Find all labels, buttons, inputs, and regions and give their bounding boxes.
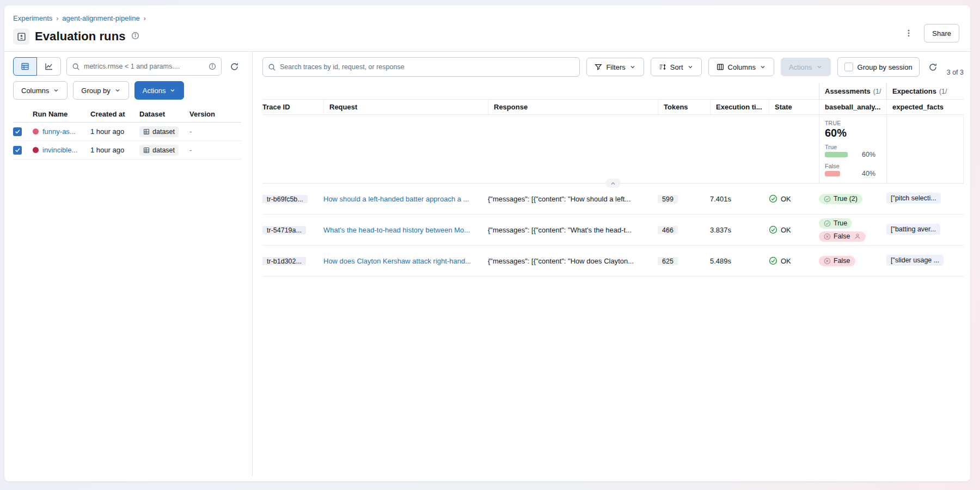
execution-time: 5.489s [710, 257, 769, 265]
assessment-pill-true[interactable]: True [819, 218, 852, 229]
runs-columns-button[interactable]: Columns [13, 81, 68, 100]
human-review-icon [854, 233, 861, 240]
trace-request-link[interactable]: How does Clayton Kershaw attack right-ha… [323, 257, 482, 265]
col-expected-facts[interactable]: expected_facts [886, 100, 964, 114]
info-icon[interactable] [131, 32, 139, 41]
trace-response: {"messages": [{"content": "How should a … [488, 195, 658, 203]
chart-view-button[interactable] [37, 57, 61, 76]
runs-filter-input[interactable] [84, 63, 205, 70]
chevron-down-icon [759, 64, 766, 70]
runs-panel: Columns Group by Actions Run Name Create… [4, 52, 253, 476]
false-bar [825, 171, 840, 176]
table-view-button[interactable] [13, 57, 37, 76]
col-execution-time[interactable]: Execution ti... [710, 100, 769, 114]
dataset-chip[interactable]: dataset [139, 126, 179, 137]
run-row: funny-as... 1 hour ago dataset - [13, 122, 241, 141]
trace-row[interactable]: tr-b1d302... How does Clayton Kershaw at… [262, 246, 964, 277]
trace-row[interactable]: tr-54719a... What's the head-to-head his… [262, 215, 964, 246]
traces-toolbar: Filters Sort Columns [262, 57, 964, 77]
expected-facts-chip[interactable]: ["pitch selecti... [886, 193, 941, 204]
state-ok-icon [769, 256, 777, 265]
dataset-chip[interactable]: dataset [139, 145, 179, 156]
trace-id-chip[interactable]: tr-b69fc5b... [262, 195, 308, 203]
expectations-group-header: Expectations (1/ [886, 83, 964, 99]
traces-table: Assessments (1/ Expectations (1/ Trace I… [262, 83, 964, 277]
traces-refresh-button[interactable] [926, 60, 940, 74]
trace-row[interactable]: tr-b69fc5b... How should a left-handed b… [262, 183, 964, 215]
trace-id-chip[interactable]: tr-54719a... [262, 226, 306, 234]
traces-panel: Filters Sort Columns [253, 52, 970, 476]
runs-actions-button[interactable]: Actions [134, 81, 185, 100]
breadcrumb-experiments-link[interactable]: Experiments [13, 14, 52, 22]
x-circle-icon [824, 258, 831, 265]
collapse-summary-button[interactable] [605, 179, 621, 188]
col-created-at[interactable]: Created at [90, 110, 139, 118]
refresh-icon [230, 62, 239, 71]
expectations-summary-cell [886, 115, 964, 183]
breadcrumb-experiment-link[interactable]: agent-alignment-pipeline [62, 14, 139, 22]
trace-rows: tr-b69fc5b... How should a left-handed b… [262, 183, 964, 277]
title-row: Evaluation runs [13, 28, 959, 45]
run-name-link[interactable]: funny-as... [42, 127, 76, 136]
sort-icon [659, 63, 666, 71]
col-response[interactable]: Response [488, 100, 658, 114]
info-icon[interactable] [209, 63, 216, 70]
summary-bar-false: False 40% [825, 163, 882, 177]
run-checkbox[interactable] [13, 127, 22, 136]
chevron-down-icon [687, 64, 694, 70]
share-button[interactable]: Share [924, 24, 959, 42]
col-assessment[interactable]: baseball_analy... [819, 100, 886, 114]
trace-table-header: Trace ID Request Response Tokens Executi… [262, 100, 964, 115]
sort-button[interactable]: Sort [651, 58, 702, 76]
runs-toolbar-row1 [13, 57, 241, 76]
runs-group-by-button[interactable]: Group by [73, 81, 128, 100]
chevron-down-icon [53, 87, 59, 94]
assessment-summary-cell: TRUE 60% True 60% False [819, 115, 886, 183]
tokens-chip: 599 [658, 195, 678, 203]
trace-group-header: Assessments (1/ Expectations (1/ [262, 83, 964, 100]
trace-state: OK [769, 225, 819, 234]
trace-state: OK [769, 194, 819, 203]
col-version[interactable]: Version [189, 110, 241, 118]
col-trace-id[interactable]: Trace ID [262, 100, 323, 114]
filters-button[interactable]: Filters [586, 58, 644, 76]
trace-request-link[interactable]: How should a left-handed batter approach… [323, 195, 482, 203]
col-run-name[interactable]: Run Name [33, 110, 90, 118]
card-body: Columns Group by Actions Run Name Create… [4, 51, 970, 476]
expected-facts-chip[interactable]: ["slider usage ... [886, 255, 944, 266]
group-by-session-checkbox[interactable] [844, 63, 853, 71]
trace-search-input[interactable] [280, 63, 574, 71]
run-name-link[interactable]: invincible... [42, 146, 77, 154]
run-color-dot [33, 147, 39, 153]
assessment-pill-false[interactable]: False [819, 231, 866, 242]
assessment-pill-false[interactable]: False [819, 256, 855, 266]
assessment-summary-row: TRUE 60% True 60% False [262, 115, 964, 183]
run-version: - [189, 146, 241, 154]
trace-columns-button[interactable]: Columns [708, 58, 774, 76]
col-dataset[interactable]: Dataset [139, 110, 189, 118]
view-toggle [13, 57, 61, 76]
trace-id-chip[interactable]: tr-b1d302... [262, 257, 306, 265]
run-checkbox[interactable] [13, 146, 22, 155]
chart-icon [45, 62, 53, 71]
dataset-grid-icon [143, 147, 150, 154]
kebab-menu-icon[interactable] [902, 27, 915, 40]
assessment-pill-true[interactable]: True (2) [819, 194, 862, 204]
true-bar [825, 152, 848, 157]
execution-time: 7.401s [710, 195, 769, 203]
group-by-session-toggle[interactable]: Group by session [837, 57, 920, 77]
col-state[interactable]: State [769, 100, 819, 114]
run-color-dot [33, 128, 39, 134]
runs-refresh-button[interactable] [227, 59, 241, 74]
state-ok-icon [769, 225, 777, 234]
evaluation-runs-icon [13, 28, 29, 45]
run-version: - [189, 127, 241, 136]
expected-facts-chip[interactable]: ["batting aver... [886, 224, 940, 235]
breadcrumb: Experiments › agent-alignment-pipeline › [13, 14, 959, 22]
trace-count: 3 of 3 [947, 69, 964, 77]
col-tokens[interactable]: Tokens [658, 100, 710, 114]
trace-request-link[interactable]: What's the head-to-head history between … [323, 226, 482, 234]
col-request[interactable]: Request [323, 100, 488, 114]
runs-filter-box [66, 57, 222, 76]
page-header: Experiments › agent-alignment-pipeline ›… [4, 5, 970, 51]
